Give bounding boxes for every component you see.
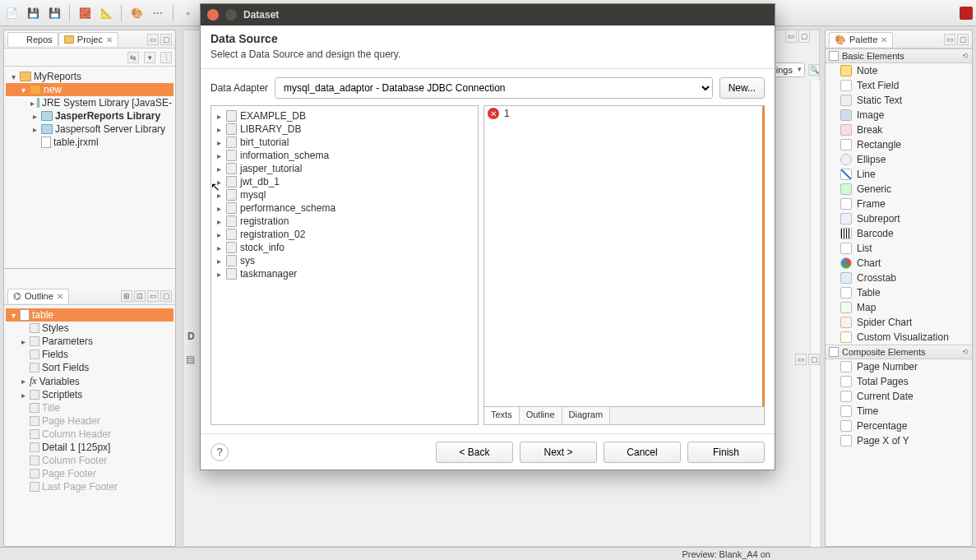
palette-min-icon[interactable]: ▭	[944, 34, 955, 45]
tree-file-table[interactable]: table.jrxml	[6, 136, 173, 149]
db-perf-schema[interactable]: ▸performance_schema	[215, 201, 474, 215]
collapse-icon[interactable]: ▾	[144, 52, 155, 63]
editor-min-icon[interactable]: ▭	[785, 30, 797, 43]
new-adapter-button[interactable]: New...	[719, 77, 765, 99]
palette-toggle-icon[interactable]: 🎨	[128, 5, 145, 21]
palette-item-time[interactable]: Time	[826, 404, 972, 419]
palette-item-map[interactable]: Map	[826, 300, 972, 315]
palette-item-textfield[interactable]: Text Field	[826, 78, 972, 93]
outline-btn1-icon[interactable]: ⊞	[121, 290, 132, 302]
close-icon[interactable]: ✕	[57, 292, 63, 301]
palette-item-frame[interactable]: Frame	[826, 197, 972, 211]
max-icon[interactable]: ▢	[160, 34, 172, 45]
outline-item-variables[interactable]: ▸fxVariables	[6, 374, 173, 388]
jasper-perspective-icon[interactable]	[960, 7, 973, 20]
window-close-icon[interactable]	[207, 9, 219, 21]
outline-btn2-icon[interactable]: ⊡	[134, 290, 146, 302]
min-icon[interactable]: ▭	[147, 34, 159, 45]
extra1-icon[interactable]: ▫	[180, 5, 197, 21]
db-birt[interactable]: ▸birt_tutorial	[215, 136, 474, 149]
tree-jre-lib[interactable]: ▸JRE System Library [JavaSE-	[6, 96, 173, 109]
back-button[interactable]: < Back	[436, 442, 513, 463]
palette-item-line[interactable]: Line	[826, 167, 972, 182]
zoom-icon[interactable]: 🔍	[808, 64, 820, 76]
prop-max-icon[interactable]: ▢	[808, 354, 820, 365]
db-jasper-tutorial[interactable]: ▸jasper_tutorial	[215, 162, 474, 175]
menu-icon[interactable]: ⋮	[160, 52, 172, 63]
outline-item-columnheader[interactable]: Column Header	[6, 428, 173, 441]
db-sys[interactable]: ▸sys	[215, 254, 474, 267]
palette-item-image[interactable]: Image	[826, 108, 972, 123]
db-mysql[interactable]: ▸mysql	[215, 188, 474, 201]
palette-max-icon[interactable]: ▢	[957, 34, 969, 45]
db-jwt[interactable]: ▸jwt_db_1	[215, 175, 474, 188]
save-all-icon[interactable]: 💾	[46, 5, 62, 21]
properties-icon[interactable]: ▤	[186, 354, 195, 365]
db-taskmanager[interactable]: ▸taskmanager	[215, 267, 474, 280]
db-example[interactable]: ▸EXAMPLE_DB	[215, 109, 474, 123]
palette-item-generic[interactable]: Generic	[826, 182, 972, 197]
outline-item-sortfields[interactable]: Sort Fields	[6, 361, 173, 374]
palette-item-spiderchart[interactable]: Spider Chart	[826, 315, 972, 330]
outline-min-icon[interactable]: ▭	[147, 290, 159, 302]
tab-palette[interactable]: 🎨 Palette ✕	[829, 32, 893, 47]
outline-item-detail1[interactable]: Detail 1 [125px]	[6, 441, 173, 454]
db-info-schema[interactable]: ▸information_schema	[215, 149, 474, 162]
new-icon[interactable]: 📄	[3, 5, 20, 21]
sql-text-area[interactable]: ✕ 1	[483, 105, 765, 407]
tab-texts[interactable]: Texts	[484, 407, 520, 424]
tree-jasper-lib[interactable]: ▸JasperReports Library	[6, 109, 173, 123]
palette-item-totalpages[interactable]: Total Pages	[826, 374, 972, 389]
outline-item-lastpagefooter[interactable]: Last Page Footer	[6, 480, 173, 493]
more-icon[interactable]: ⋯	[150, 5, 166, 21]
data-adapter-select[interactable]: mysql_data_adaptor - Database JDBC Conne…	[275, 77, 713, 99]
palette-item-chart[interactable]: Chart	[826, 256, 972, 271]
tree-folder-new[interactable]: ▾new	[6, 83, 173, 96]
tab-repository[interactable]: Repos	[7, 32, 58, 46]
format-icon[interactable]: 📐	[98, 5, 114, 21]
outline-item-styles[interactable]: Styles	[6, 322, 173, 335]
db-library[interactable]: ▸LIBRARY_DB	[215, 123, 474, 136]
next-button[interactable]: Next >	[520, 442, 597, 463]
tab-outline[interactable]: Outline	[520, 407, 562, 424]
outline-item-scriptlets[interactable]: ▸Scriptlets	[6, 388, 173, 401]
editor-max-icon[interactable]: ▢	[798, 30, 810, 43]
outline-item-parameters[interactable]: ▸Parameters	[6, 335, 173, 348]
help-button[interactable]: ?	[210, 443, 229, 461]
palette-scroll[interactable]: Basic Elements⟲ Note Text Field Static T…	[826, 49, 972, 546]
finish-button[interactable]: Finish	[687, 442, 765, 463]
outline-item-columnfooter[interactable]: Column Footer	[6, 454, 173, 467]
db-registration[interactable]: ▸registration	[215, 215, 474, 228]
settings-combo[interactable]: ings	[770, 62, 805, 77]
palette-item-pagenumber[interactable]: Page Number	[826, 359, 972, 374]
palette-item-ellipse[interactable]: Ellipse	[826, 152, 972, 167]
palette-item-rectangle[interactable]: Rectangle	[826, 137, 972, 152]
palette-item-currentdate[interactable]: Current Date	[826, 389, 972, 404]
save-icon[interactable]: 💾	[25, 5, 41, 21]
outline-max-icon[interactable]: ▢	[160, 290, 172, 302]
palette-item-table[interactable]: Table	[826, 285, 972, 300]
palette-item-statictext[interactable]: Static Text	[826, 93, 972, 108]
pin-icon[interactable]: ⟲	[962, 348, 969, 356]
outline-item-title[interactable]: Title	[6, 401, 173, 414]
palette-item-list[interactable]: List	[826, 241, 972, 256]
window-minimize-icon[interactable]	[225, 9, 237, 21]
pin-icon[interactable]: ⟲	[962, 52, 969, 60]
palette-item-crosstab[interactable]: Crosstab	[826, 271, 972, 285]
link-editor-icon[interactable]: ⇋	[127, 52, 139, 63]
tab-outline[interactable]: ⌬ Outline ✕	[7, 289, 69, 303]
palette-item-note[interactable]: Note	[826, 63, 972, 78]
prop-min-icon[interactable]: ▭	[795, 354, 807, 365]
palette-item-break[interactable]: Break	[826, 123, 972, 137]
cancel-button[interactable]: Cancel	[604, 442, 681, 463]
db-schema-tree[interactable]: ▸EXAMPLE_DB ▸LIBRARY_DB ▸birt_tutorial ▸…	[210, 105, 479, 425]
tab-project-explorer[interactable]: Projec ✕	[58, 32, 118, 46]
tab-diagram[interactable]: Diagram	[562, 407, 611, 424]
build-icon[interactable]: 🧱	[76, 5, 93, 21]
db-stockinfo[interactable]: ▸stock_info	[215, 241, 474, 254]
outline-item-pageheader[interactable]: Page Header	[6, 414, 173, 428]
tree-root[interactable]: ▾MyReports	[6, 70, 173, 83]
drawer-basic-elements[interactable]: Basic Elements⟲	[826, 49, 972, 63]
palette-item-barcode[interactable]: Barcode	[826, 226, 972, 241]
palette-item-percentage[interactable]: Percentage	[826, 419, 972, 433]
